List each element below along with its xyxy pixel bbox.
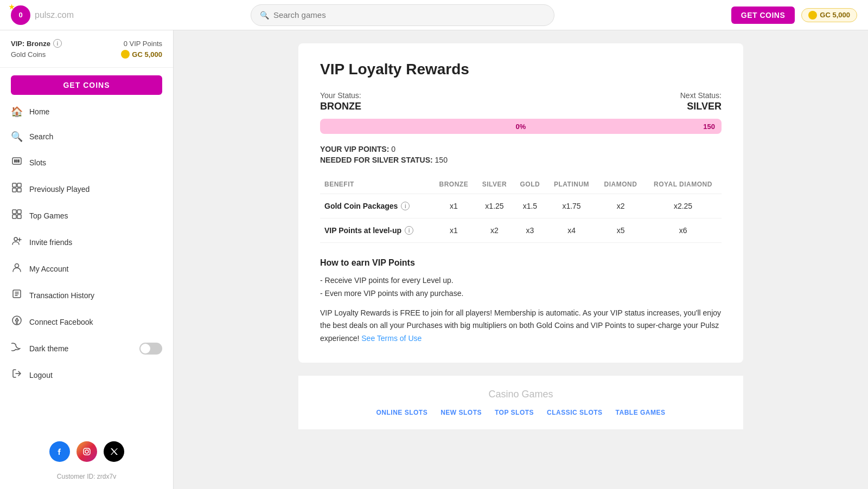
gold-coin-info-icon[interactable]: i [401,202,410,210]
x-social-icon[interactable] [104,441,124,462]
logo[interactable]: ★ 0 pulsz.com [11,5,74,25]
col-diamond: DIAMOND [597,175,644,194]
status-row: Your Status: BRONZE Next Status: SILVER [320,91,722,112]
benefit-vip-points: VIP Points at level-up i [320,218,432,243]
vp-diamond: x5 [597,218,644,243]
vp-gold: x3 [514,218,546,243]
gc-silver: x1.25 [475,194,513,218]
sidebar-item-label: Search [29,132,53,141]
sidebar-item-label: Invite friends [29,238,72,247]
sidebar-item-home[interactable]: 🏠 Home [0,99,173,124]
earn-section: How to earn VIP Points - Receive VIP poi… [320,258,722,345]
instagram-social-icon[interactable] [76,441,97,462]
footer-link-classic-slots[interactable]: CLASSIC SLOTS [547,409,603,416]
progress-bar: 0% 150 [320,119,722,134]
next-status-col: Next Status: SILVER [680,91,722,112]
previously-played-icon [11,182,23,196]
sidebar-item-previously-played[interactable]: Previously Played [0,176,173,202]
my-account-icon [11,262,23,275]
svg-rect-7 [17,188,21,192]
your-status-value: BRONZE [320,101,361,112]
vip-points-info-icon[interactable]: i [405,226,413,235]
invite-friends-icon [11,235,23,249]
transaction-history-icon [11,288,23,302]
sidebar-top: VIP: Bronze i 0 VIP Points Gold Coins GC… [0,30,173,68]
vp-royal-diamond: x6 [644,218,722,243]
earn-title: How to earn VIP Points [320,258,722,268]
sidebar-social [0,430,173,473]
svg-point-17 [85,450,88,453]
vip-points-value: 0 VIP Points [124,40,162,48]
table-row: VIP Points at level-up i x1 x2 x3 x4 x5 … [320,218,722,243]
sidebar-item-transaction-history[interactable]: Transaction History [0,282,173,308]
sidebar-item-search[interactable]: 🔍 Search [0,124,173,149]
gold-coins-label: Gold Coins [11,50,46,59]
sidebar-item-top-games[interactable]: Top Games [0,202,173,229]
col-silver: SILVER [475,175,513,194]
vip-card: VIP Loyalty Rewards Your Status: BRONZE … [298,43,743,363]
sidebar-item-label: Slots [29,158,46,167]
vip-points-row: YOUR VIP POINTS: 0 [320,145,722,153]
sidebar-item-logout[interactable]: Logout [0,362,173,388]
progress-percent-label: 0% [516,123,526,131]
vip-label: VIP: Bronze i [11,39,62,48]
sidebar-item-invite-friends[interactable]: Invite friends [0,229,173,255]
vip-row: VIP: Bronze i 0 VIP Points [11,39,162,48]
search-nav-icon: 🔍 [11,131,23,143]
terms-link[interactable]: See Terms of Use [361,334,422,343]
svg-rect-11 [17,215,21,218]
footer-link-top-slots[interactable]: TOP SLOTS [495,409,534,416]
gc-gold: x1.5 [514,194,546,218]
sidebar-item-label: Logout [29,371,53,379]
sidebar-item-label: Home [29,107,49,116]
benefits-table: BENEFIT BRONZE SILVER GOLD PLATINUM DIAM… [320,175,722,243]
vip-points-info: YOUR VIP POINTS: 0 NEEDED FOR SILVER STA… [320,145,722,164]
needed-row: NEEDED FOR SILVER STATUS: 150 [320,156,722,164]
sidebar-item-connect-facebook[interactable]: Connect Facebook [0,308,173,335]
main-content: VIP Loyalty Rewards Your Status: BRONZE … [174,30,868,489]
col-bronze: BRONZE [432,175,475,194]
sidebar-get-coins-button[interactable]: GET COINS [11,75,162,95]
svg-point-18 [88,449,90,450]
home-icon: 🏠 [11,106,23,118]
facebook-social-icon[interactable] [49,441,70,462]
next-status-label: Next Status: [680,91,722,100]
logo-star-icon: ★ [9,3,15,11]
sidebar-item-label: Connect Facebook [29,318,93,326]
sidebar-item-label: Top Games [29,211,68,220]
sidebar-item-slots[interactable]: Slots [0,149,173,176]
vp-bronze: x1 [432,218,475,243]
sidebar-item-label: My Account [29,265,68,273]
casino-title: Casino Games [320,389,722,400]
svg-point-12 [14,237,17,241]
table-header-row: BENEFIT BRONZE SILVER GOLD PLATINUM DIAM… [320,175,722,194]
search-icon: 🔍 [260,11,269,20]
promo-text: VIP Loyalty Rewards is FREE to join for … [320,307,722,345]
page-title: VIP Loyalty Rewards [320,61,722,78]
header-get-coins-button[interactable]: GET COINS [731,7,795,24]
facebook-icon [11,315,23,329]
logo-number: 0 [18,11,22,19]
svg-rect-2 [16,159,18,163]
footer-link-table-games[interactable]: TABLE GAMES [616,409,666,416]
footer-links: ONLINE SLOTS NEW SLOTS TOP SLOTS CLASSIC… [320,409,722,416]
col-gold: GOLD [514,175,546,194]
svg-rect-3 [18,159,20,163]
search-bar[interactable]: 🔍 [251,4,554,26]
sidebar: VIP: Bronze i 0 VIP Points Gold Coins GC… [0,30,174,489]
footer-link-online-slots[interactable]: ONLINE SLOTS [376,409,427,416]
sidebar-item-dark-theme[interactable]: Dark theme [0,335,173,362]
gc-bronze: x1 [432,194,475,218]
sidebar-item-my-account[interactable]: My Account [0,255,173,282]
svg-rect-1 [14,159,16,163]
col-royal-diamond: ROYAL DIAMOND [644,175,722,194]
logout-icon [11,368,23,382]
current-status-col: Your Status: BRONZE [320,91,361,112]
vip-info-icon[interactable]: i [53,39,62,48]
search-input[interactable] [273,10,545,20]
svg-rect-8 [12,210,16,214]
gc-royal-diamond: x2.25 [644,194,722,218]
earn-lines: - Receive VIP points for every Level up.… [320,274,722,300]
dark-theme-toggle[interactable] [139,343,162,355]
footer-link-new-slots[interactable]: NEW SLOTS [441,409,482,416]
